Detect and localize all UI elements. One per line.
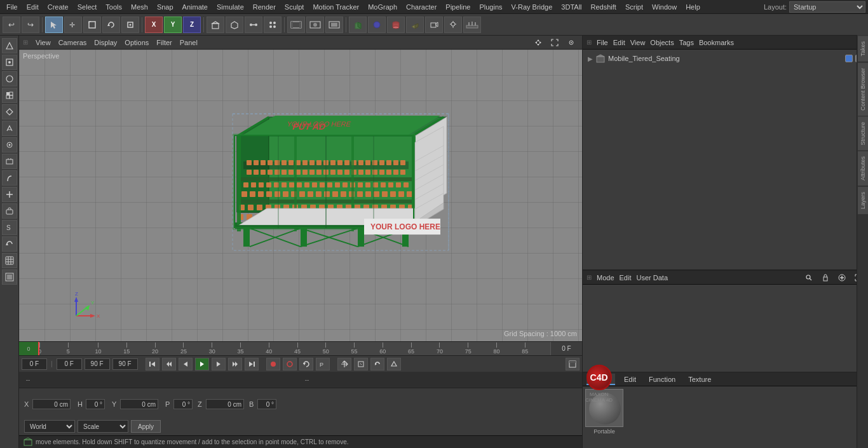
- tab-takes[interactable]: Takes: [857, 36, 868, 62]
- menu-redshift[interactable]: Redshift: [587, 2, 620, 12]
- auto-key-button[interactable]: [283, 358, 297, 370]
- menu-window[interactable]: Window: [648, 2, 681, 12]
- render-settings-button[interactable]: [325, 17, 343, 33]
- tab-content-browser[interactable]: Content Browser: [857, 62, 868, 116]
- scale-dropdown[interactable]: Scale Size: [78, 420, 128, 433]
- sidebar-btn-15[interactable]: [2, 269, 17, 285]
- menu-plugins[interactable]: Plugins: [475, 2, 506, 12]
- timeline-view-button[interactable]: [566, 358, 580, 370]
- menu-3dtall[interactable]: 3DTAll: [557, 2, 585, 12]
- sidebar-btn-5[interactable]: [2, 104, 17, 119]
- sidebar-btn-7[interactable]: [2, 137, 17, 153]
- menu-sculpt[interactable]: Sculpt: [281, 2, 308, 12]
- floor-button[interactable]: [463, 17, 481, 33]
- sidebar-btn-11[interactable]: [2, 203, 17, 219]
- layout-dropdown[interactable]: Startup Animation Modeling: [789, 1, 865, 13]
- attr-menu-edit[interactable]: Edit: [620, 274, 632, 282]
- menu-help[interactable]: Help: [682, 2, 704, 12]
- sphere-button[interactable]: [368, 17, 386, 33]
- light-button[interactable]: [444, 17, 462, 33]
- menu-snap[interactable]: Snap: [153, 2, 177, 12]
- camera-button[interactable]: [425, 17, 443, 33]
- undo-button[interactable]: ↩: [3, 17, 20, 33]
- attr-menu-userdata[interactable]: User Data: [637, 274, 668, 282]
- rotate-key-button[interactable]: [370, 358, 384, 370]
- next-key-button[interactable]: [228, 358, 242, 370]
- viewport-icon-arrows[interactable]: [531, 36, 545, 50]
- scale-tool-button[interactable]: [83, 17, 101, 33]
- polygon-mode-button[interactable]: [226, 17, 243, 33]
- tab-attributes[interactable]: Attributes: [857, 151, 868, 186]
- viewport-menu-filter[interactable]: Filter: [156, 39, 172, 46]
- size-h-input[interactable]: [86, 399, 105, 409]
- menu-motion-tracker[interactable]: Motion Tracker: [309, 2, 363, 12]
- first-frame-button[interactable]: [146, 358, 159, 370]
- menu-render[interactable]: Render: [249, 2, 280, 12]
- menu-mograph[interactable]: MoGraph: [364, 2, 401, 12]
- plane-button[interactable]: [406, 17, 424, 33]
- world-dropdown[interactable]: World Object Local: [24, 420, 75, 433]
- key-settings-button[interactable]: [387, 358, 401, 370]
- menu-edit[interactable]: Edit: [23, 2, 43, 12]
- redo-button[interactable]: ↪: [22, 17, 39, 33]
- start-frame-input[interactable]: [22, 358, 47, 370]
- viewport-3d[interactable]: Perspective PUT AD YOUR LOGO HERE: [19, 50, 582, 341]
- end2-frame-input[interactable]: [112, 358, 138, 370]
- tab-layers[interactable]: Layers: [857, 186, 868, 215]
- attr-menu-mode[interactable]: Mode: [597, 274, 614, 282]
- object-mode-button[interactable]: [207, 17, 224, 33]
- attr-add-button[interactable]: [836, 272, 848, 283]
- last-frame-button[interactable]: [245, 358, 259, 370]
- pos-y-input[interactable]: [120, 399, 158, 409]
- viewport-menu-panel[interactable]: Panel: [180, 39, 198, 46]
- x-axis-button[interactable]: X: [145, 17, 163, 33]
- sidebar-btn-12[interactable]: S: [2, 220, 17, 235]
- size-p-input[interactable]: [173, 399, 193, 409]
- sidebar-btn-10[interactable]: [2, 187, 17, 202]
- rp-menu-edit[interactable]: Edit: [613, 39, 625, 46]
- menu-mesh[interactable]: Mesh: [127, 2, 152, 12]
- interactive-render-button[interactable]: [287, 17, 305, 33]
- sidebar-btn-2[interactable]: [2, 55, 17, 70]
- pos-x-input[interactable]: [32, 399, 71, 409]
- move-tool-button[interactable]: ✛: [64, 17, 82, 33]
- rp-menu-objects[interactable]: Objects: [650, 39, 674, 46]
- rotate-tool-button[interactable]: [102, 17, 120, 33]
- sidebar-btn-13[interactable]: [2, 236, 17, 252]
- playback-mode-button[interactable]: P: [316, 358, 330, 370]
- viewport-menu-view[interactable]: View: [36, 39, 51, 46]
- timeline-track[interactable]: 051015202530354045505560657075808590: [38, 342, 550, 355]
- viewport-menu-cameras[interactable]: Cameras: [58, 39, 87, 46]
- viewport-menu-options[interactable]: Options: [125, 39, 149, 46]
- rp-menu-tags[interactable]: Tags: [679, 39, 694, 46]
- size-b-input[interactable]: [257, 399, 276, 409]
- menu-animate[interactable]: Animate: [179, 2, 212, 12]
- sidebar-btn-3[interactable]: [2, 71, 17, 86]
- render-view-button[interactable]: [306, 17, 324, 33]
- transform-tool-button[interactable]: [121, 17, 139, 33]
- prev-frame-button[interactable]: [179, 358, 193, 370]
- menu-simulate[interactable]: Simulate: [213, 2, 248, 12]
- sidebar-btn-14[interactable]: [2, 253, 17, 268]
- scale-key-button[interactable]: [354, 358, 368, 370]
- tab-function[interactable]: Function: [645, 374, 679, 384]
- viewport-menu-display[interactable]: Display: [94, 39, 117, 46]
- y-axis-button[interactable]: Y: [164, 17, 182, 33]
- menu-create[interactable]: Create: [44, 2, 72, 12]
- apply-button[interactable]: Apply: [131, 420, 161, 433]
- edge-mode-button[interactable]: [245, 17, 262, 33]
- menu-character[interactable]: Character: [402, 2, 440, 12]
- menu-file[interactable]: File: [3, 2, 22, 12]
- tab-texture[interactable]: Texture: [684, 374, 715, 384]
- play-button[interactable]: [195, 358, 209, 370]
- loop-button[interactable]: [299, 358, 313, 370]
- tab-edit[interactable]: Edit: [620, 374, 640, 384]
- attr-search-button[interactable]: [803, 272, 815, 283]
- end-frame-input[interactable]: [85, 358, 110, 370]
- prev-key-button[interactable]: [162, 358, 176, 370]
- sidebar-btn-4[interactable]: [2, 88, 17, 103]
- sidebar-btn-9[interactable]: [2, 170, 17, 186]
- sidebar-btn-6[interactable]: [2, 121, 17, 136]
- z-axis-button[interactable]: Z: [183, 17, 201, 33]
- pos-z-input[interactable]: [206, 399, 244, 409]
